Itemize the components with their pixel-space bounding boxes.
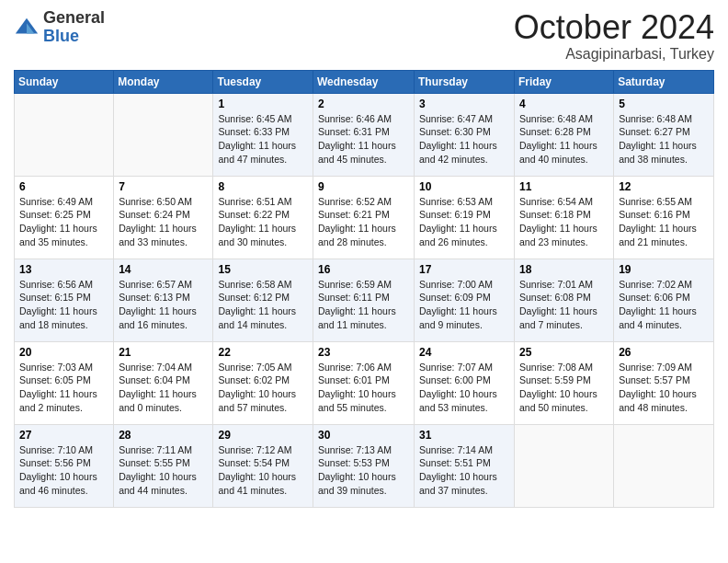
logo-general-text: General	[43, 9, 105, 28]
day-number: 11	[519, 180, 609, 193]
day-info: Sunrise: 7:08 AMSunset: 5:59 PMDaylight:…	[519, 361, 609, 415]
calendar-cell: 5Sunrise: 6:48 AMSunset: 6:27 PMDaylight…	[614, 93, 714, 176]
calendar-cell: 7Sunrise: 6:50 AMSunset: 6:24 PMDaylight…	[114, 176, 213, 259]
weekday-header-wednesday: Wednesday	[313, 70, 415, 93]
day-info: Sunrise: 6:55 AMSunset: 6:16 PMDaylight:…	[619, 195, 709, 249]
title-block: October 2024 Asagipinarbasi, Turkey	[514, 9, 714, 63]
day-info: Sunrise: 7:06 AMSunset: 6:01 PMDaylight:…	[318, 361, 409, 415]
calendar-cell: 6Sunrise: 6:49 AMSunset: 6:25 PMDaylight…	[15, 176, 114, 259]
day-number: 22	[218, 346, 308, 359]
day-info: Sunrise: 6:54 AMSunset: 6:18 PMDaylight:…	[519, 195, 609, 249]
day-number: 15	[218, 263, 308, 276]
day-info: Sunrise: 7:04 AMSunset: 6:04 PMDaylight:…	[119, 361, 208, 415]
day-number: 20	[19, 346, 108, 359]
weekday-header-sunday: Sunday	[15, 70, 114, 93]
calendar-cell: 12Sunrise: 6:55 AMSunset: 6:16 PMDayligh…	[614, 176, 714, 259]
day-info: Sunrise: 7:01 AMSunset: 6:08 PMDaylight:…	[519, 278, 609, 332]
day-info: Sunrise: 6:45 AMSunset: 6:33 PMDaylight:…	[218, 112, 308, 167]
logo-icon	[14, 15, 40, 40]
logo: General Blue	[14, 9, 105, 46]
day-info: Sunrise: 7:11 AMSunset: 5:55 PMDaylight:…	[119, 443, 208, 498]
day-number: 19	[619, 263, 709, 276]
calendar-cell: 9Sunrise: 6:52 AMSunset: 6:21 PMDaylight…	[313, 176, 415, 259]
weekday-header-saturday: Saturday	[614, 70, 714, 93]
day-info: Sunrise: 7:13 AMSunset: 5:53 PMDaylight:…	[318, 443, 409, 498]
day-info: Sunrise: 6:51 AMSunset: 6:22 PMDaylight:…	[218, 195, 308, 249]
day-number: 5	[619, 98, 709, 110]
calendar-cell	[114, 93, 213, 176]
day-number: 30	[318, 429, 409, 442]
day-number: 31	[419, 429, 509, 442]
day-info: Sunrise: 6:59 AMSunset: 6:11 PMDaylight:…	[318, 278, 409, 332]
day-number: 6	[19, 180, 108, 193]
day-info: Sunrise: 6:52 AMSunset: 6:21 PMDaylight:…	[318, 195, 409, 249]
day-info: Sunrise: 7:12 AMSunset: 5:54 PMDaylight:…	[218, 443, 308, 498]
calendar-cell: 11Sunrise: 6:54 AMSunset: 6:18 PMDayligh…	[515, 176, 614, 259]
day-number: 18	[519, 263, 609, 276]
day-number: 24	[419, 346, 509, 359]
day-info: Sunrise: 7:05 AMSunset: 6:02 PMDaylight:…	[218, 361, 308, 415]
calendar-cell: 22Sunrise: 7:05 AMSunset: 6:02 PMDayligh…	[213, 341, 313, 424]
header: General Blue October 2024 Asagipinarbasi…	[14, 9, 714, 63]
day-number: 7	[119, 180, 208, 193]
day-number: 16	[318, 263, 409, 276]
calendar-cell: 30Sunrise: 7:13 AMSunset: 5:53 PMDayligh…	[313, 424, 415, 507]
day-number: 1	[218, 98, 308, 110]
calendar-cell: 21Sunrise: 7:04 AMSunset: 6:04 PMDayligh…	[114, 341, 213, 424]
logo-text: General Blue	[43, 9, 105, 46]
calendar-cell: 23Sunrise: 7:06 AMSunset: 6:01 PMDayligh…	[313, 341, 415, 424]
calendar-cell: 29Sunrise: 7:12 AMSunset: 5:54 PMDayligh…	[213, 424, 313, 507]
logo-blue-text: Blue	[43, 28, 105, 46]
day-info: Sunrise: 6:49 AMSunset: 6:25 PMDaylight:…	[19, 195, 108, 249]
calendar-title: October 2024	[514, 9, 714, 46]
day-info: Sunrise: 7:07 AMSunset: 6:00 PMDaylight:…	[419, 361, 509, 415]
calendar-cell: 10Sunrise: 6:53 AMSunset: 6:19 PMDayligh…	[415, 176, 515, 259]
calendar-week-row-4: 20Sunrise: 7:03 AMSunset: 6:05 PMDayligh…	[15, 341, 714, 424]
day-number: 28	[119, 429, 208, 442]
weekday-header-monday: Monday	[114, 70, 213, 93]
day-number: 23	[318, 346, 409, 359]
calendar-cell: 1Sunrise: 6:45 AMSunset: 6:33 PMDaylight…	[213, 93, 313, 176]
calendar-location: Asagipinarbasi, Turkey	[514, 46, 714, 63]
day-number: 4	[519, 98, 609, 110]
calendar-cell: 18Sunrise: 7:01 AMSunset: 6:08 PMDayligh…	[515, 259, 614, 341]
calendar-cell: 14Sunrise: 6:57 AMSunset: 6:13 PMDayligh…	[114, 259, 213, 341]
calendar-cell: 20Sunrise: 7:03 AMSunset: 6:05 PMDayligh…	[15, 341, 114, 424]
weekday-header-row: SundayMondayTuesdayWednesdayThursdayFrid…	[15, 70, 714, 93]
calendar-cell: 31Sunrise: 7:14 AMSunset: 5:51 PMDayligh…	[415, 424, 515, 507]
calendar-cell: 16Sunrise: 6:59 AMSunset: 6:11 PMDayligh…	[313, 259, 415, 341]
day-number: 17	[419, 263, 509, 276]
page: General Blue October 2024 Asagipinarbasi…	[0, 0, 728, 563]
day-info: Sunrise: 6:56 AMSunset: 6:15 PMDaylight:…	[19, 278, 108, 332]
day-info: Sunrise: 6:47 AMSunset: 6:30 PMDaylight:…	[419, 112, 509, 167]
day-info: Sunrise: 6:50 AMSunset: 6:24 PMDaylight:…	[119, 195, 208, 249]
calendar-cell: 8Sunrise: 6:51 AMSunset: 6:22 PMDaylight…	[213, 176, 313, 259]
calendar-cell: 2Sunrise: 6:46 AMSunset: 6:31 PMDaylight…	[313, 93, 415, 176]
day-info: Sunrise: 7:02 AMSunset: 6:06 PMDaylight:…	[619, 278, 709, 332]
day-info: Sunrise: 6:58 AMSunset: 6:12 PMDaylight:…	[218, 278, 308, 332]
calendar-cell: 4Sunrise: 6:48 AMSunset: 6:28 PMDaylight…	[515, 93, 614, 176]
weekday-header-thursday: Thursday	[415, 70, 515, 93]
calendar-cell	[614, 424, 714, 507]
day-info: Sunrise: 6:48 AMSunset: 6:28 PMDaylight:…	[519, 112, 609, 167]
day-info: Sunrise: 6:57 AMSunset: 6:13 PMDaylight:…	[119, 278, 208, 332]
day-number: 10	[419, 180, 509, 193]
day-number: 29	[218, 429, 308, 442]
weekday-header-friday: Friday	[515, 70, 614, 93]
day-number: 14	[119, 263, 208, 276]
calendar-cell: 3Sunrise: 6:47 AMSunset: 6:30 PMDaylight…	[415, 93, 515, 176]
calendar-cell: 24Sunrise: 7:07 AMSunset: 6:00 PMDayligh…	[415, 341, 515, 424]
calendar-table: SundayMondayTuesdayWednesdayThursdayFrid…	[14, 70, 714, 508]
calendar-week-row-2: 6Sunrise: 6:49 AMSunset: 6:25 PMDaylight…	[15, 176, 714, 259]
calendar-cell: 27Sunrise: 7:10 AMSunset: 5:56 PMDayligh…	[15, 424, 114, 507]
calendar-cell: 17Sunrise: 7:00 AMSunset: 6:09 PMDayligh…	[415, 259, 515, 341]
calendar-cell: 13Sunrise: 6:56 AMSunset: 6:15 PMDayligh…	[15, 259, 114, 341]
weekday-header-tuesday: Tuesday	[213, 70, 313, 93]
calendar-cell: 25Sunrise: 7:08 AMSunset: 5:59 PMDayligh…	[515, 341, 614, 424]
day-number: 25	[519, 346, 609, 359]
day-number: 2	[318, 98, 409, 110]
day-info: Sunrise: 7:10 AMSunset: 5:56 PMDaylight:…	[19, 443, 108, 498]
day-number: 21	[119, 346, 208, 359]
day-info: Sunrise: 7:09 AMSunset: 5:57 PMDaylight:…	[619, 361, 709, 415]
day-info: Sunrise: 6:46 AMSunset: 6:31 PMDaylight:…	[318, 112, 409, 167]
